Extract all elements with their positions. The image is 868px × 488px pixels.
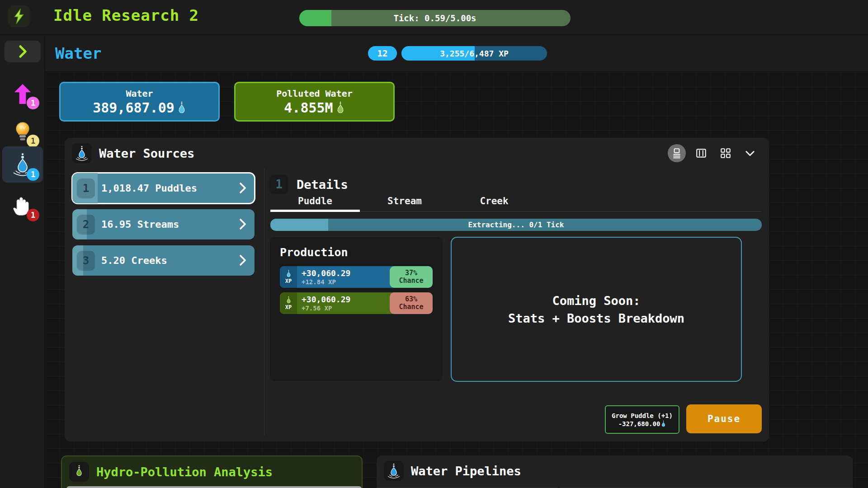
source-label: 16.95 Streams bbox=[101, 219, 179, 230]
water-resource-card[interactable]: Water 389,687.09 bbox=[59, 82, 220, 122]
water-droplet-icon bbox=[661, 420, 666, 427]
extracting-progress-bar: Extracting... 0/1 Tick bbox=[270, 219, 762, 231]
water-sources-panel: Water Sources bbox=[65, 138, 769, 441]
source-label: 1,018.47 Puddles bbox=[101, 183, 197, 194]
production-row-polluted: XP +30,060.29 +7.56 XP 63% Chance bbox=[280, 292, 433, 314]
pipelines-panel-title: Water Pipelines bbox=[411, 464, 521, 478]
polluted-water-resource-card[interactable]: Polluted Water 4.855M bbox=[234, 82, 395, 122]
chevron-down-icon bbox=[744, 147, 756, 160]
details-tabs: Puddle Stream Creek bbox=[270, 196, 762, 212]
rows-view-button[interactable] bbox=[668, 144, 686, 162]
rows-view-icon bbox=[671, 147, 683, 159]
source-item-creeks[interactable]: 3 5.20 Creeks bbox=[72, 245, 255, 276]
sidebar-item-manual[interactable]: 1 bbox=[2, 189, 43, 223]
sidebar-collapse-button[interactable] bbox=[5, 41, 41, 62]
water-droplet-icon bbox=[286, 270, 292, 277]
chevron-right-icon bbox=[17, 45, 28, 58]
production-xp: +7.56 XP bbox=[302, 305, 350, 312]
chevron-right-icon bbox=[238, 217, 247, 231]
sidebar-item-upgrades[interactable]: 1 bbox=[2, 77, 43, 111]
grow-button-line1: Grow Puddle (+1) bbox=[612, 412, 673, 419]
grow-button-cost: -327,680.00 bbox=[618, 420, 660, 427]
xp-tag: XP bbox=[285, 304, 292, 310]
tab-creek[interactable]: Creek bbox=[449, 196, 539, 212]
xp-progress-bar: 3,255/6,487 XP bbox=[401, 46, 547, 61]
columns-view-button[interactable] bbox=[692, 144, 710, 162]
water-drop-ripple-icon bbox=[384, 461, 404, 481]
app-logo-button[interactable] bbox=[8, 5, 30, 27]
lightning-icon bbox=[12, 9, 26, 24]
app-title: Idle Research 2 bbox=[53, 6, 199, 24]
level-badge: 12 bbox=[368, 46, 397, 61]
pause-button[interactable]: Pause bbox=[686, 404, 762, 433]
tick-progress-bar: Tick: 0.59/5.00s bbox=[299, 10, 571, 26]
source-index: 3 bbox=[77, 251, 95, 271]
xp-label: 3,255/6,487 XP bbox=[401, 46, 547, 61]
tick-label: Tick: 0.59/5.00s bbox=[299, 10, 571, 26]
polluted-drop-icon bbox=[69, 462, 89, 482]
production-amount: +30,060.29 bbox=[302, 295, 350, 304]
polluted-card-label: Polluted Water bbox=[276, 88, 353, 99]
polluted-droplet-icon bbox=[336, 101, 345, 114]
polluted-droplet-icon bbox=[286, 296, 292, 304]
page-title: Water bbox=[55, 44, 101, 62]
chance-percent: 63% bbox=[405, 296, 417, 303]
tab-puddle[interactable]: Puddle bbox=[270, 196, 360, 212]
manual-badge: 1 bbox=[27, 209, 39, 221]
grid-view-icon bbox=[720, 147, 731, 159]
chevron-right-icon bbox=[238, 253, 247, 267]
hydro-pollution-panel: Hydro-Pollution Analysis bbox=[61, 455, 363, 488]
sidebar-item-research[interactable]: 1 bbox=[2, 115, 43, 149]
coming-soon-line1: Coming Soon: bbox=[552, 294, 640, 308]
hydro-progress-strip bbox=[66, 486, 362, 488]
hydro-panel-title: Hydro-Pollution Analysis bbox=[96, 465, 273, 479]
production-card: Production XP +30,060.29 +12.84 bbox=[269, 236, 443, 382]
top-bar: Idle Research 2 Tick: 0.59/5.00s bbox=[0, 0, 868, 35]
grow-puddle-button[interactable]: Grow Puddle (+1) -327,680.00 bbox=[605, 405, 679, 434]
production-row-water: XP +30,060.29 +12.84 XP 37% Chance bbox=[280, 266, 433, 288]
source-label: 5.20 Creeks bbox=[101, 255, 167, 266]
production-title: Production bbox=[280, 246, 433, 259]
upgrades-badge: 1 bbox=[27, 97, 39, 109]
nav-bar: Water 12 3,255/6,487 XP bbox=[45, 35, 868, 72]
main-content: Water 389,687.09 Polluted Water 4.855M bbox=[45, 72, 868, 488]
water-badge: 1 bbox=[27, 168, 39, 181]
source-index: 2 bbox=[77, 215, 95, 235]
chance-chip: 63% Chance bbox=[390, 292, 433, 314]
source-item-puddles[interactable]: 1 1,018.47 Puddles bbox=[72, 173, 255, 203]
chance-word: Chance bbox=[399, 303, 423, 311]
details-divider bbox=[264, 168, 265, 436]
sidebar-item-water[interactable]: 1 bbox=[2, 146, 43, 183]
chance-word: Chance bbox=[399, 277, 423, 285]
columns-view-icon bbox=[695, 147, 707, 159]
coming-soon-line2: Stats + Boosts Breakdown bbox=[508, 311, 684, 325]
tab-stream[interactable]: Stream bbox=[360, 196, 449, 212]
production-xp: +12.84 XP bbox=[302, 278, 350, 286]
game-screen: Idle Research 2 Tick: 0.59/5.00s Water 1… bbox=[0, 0, 868, 488]
water-card-label: Water bbox=[126, 88, 153, 99]
water-drop-ripple-icon bbox=[72, 143, 92, 163]
sources-panel-title: Water Sources bbox=[99, 146, 194, 160]
chevron-right-icon bbox=[238, 181, 247, 195]
water-pipelines-panel: Water Pipelines bbox=[377, 455, 853, 488]
polluted-card-value: 4.855M bbox=[284, 100, 333, 116]
coming-soon-box: Coming Soon: Stats + Boosts Breakdown bbox=[451, 237, 742, 382]
grid-view-button[interactable] bbox=[717, 144, 735, 162]
research-badge: 1 bbox=[27, 135, 39, 147]
source-index: 1 bbox=[77, 178, 95, 198]
sidebar: 1 1 bbox=[0, 35, 45, 488]
details-index-badge: 1 bbox=[269, 175, 288, 194]
water-droplet-icon bbox=[177, 101, 186, 114]
production-amount: +30,060.29 bbox=[302, 268, 350, 278]
collapse-panel-button[interactable] bbox=[741, 144, 759, 162]
details-title: Details bbox=[297, 178, 348, 192]
extracting-label: Extracting... 0/1 Tick bbox=[270, 219, 762, 231]
chance-chip: 37% Chance bbox=[390, 266, 433, 288]
xp-tag: XP bbox=[285, 278, 292, 284]
chance-percent: 37% bbox=[405, 269, 417, 277]
source-item-streams[interactable]: 2 16.95 Streams bbox=[72, 209, 255, 239]
water-card-value: 389,687.09 bbox=[93, 100, 175, 116]
